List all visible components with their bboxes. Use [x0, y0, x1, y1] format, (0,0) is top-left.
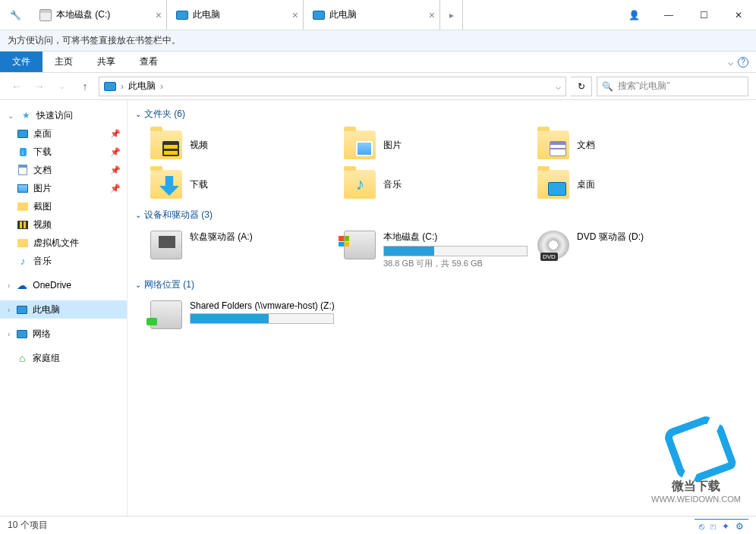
ribbon-view-tab[interactable]: 查看 [128, 52, 170, 72]
sidebar-item-label: 截图 [33, 200, 52, 213]
folder-item-文档[interactable]: 文档 [534, 125, 728, 165]
sidebar-this-pc[interactable]: › 此电脑 [0, 300, 127, 319]
sidebar-item-视频[interactable]: 视频 [0, 215, 127, 234]
folder-icon [17, 203, 28, 211]
sidebar-label: 家庭组 [33, 352, 60, 365]
close-icon[interactable]: × [292, 9, 298, 21]
sidebar-item-截图[interactable]: 截图 [0, 197, 127, 215]
sidebar-item-下载[interactable]: 下载📌 [0, 143, 127, 161]
recent-dropdown[interactable]: ⌵ [53, 82, 71, 90]
section-network[interactable]: ⌄ 网络位置 (1) [135, 278, 748, 291]
drive-label: Shared Folders (\\vmware-host) (Z:) [190, 300, 338, 311]
ribbon-share-tab[interactable]: 共享 [85, 52, 128, 72]
chevron-right-icon[interactable]: › [160, 81, 163, 92]
tab-this-pc-2[interactable]: 此电脑 × [304, 0, 440, 30]
sidebar-homegroup[interactable]: › 家庭组 [0, 349, 127, 367]
minimize-button[interactable]: — [651, 0, 686, 30]
section-label: 设备和驱动器 (3) [144, 209, 213, 221]
wrench-icon[interactable]: 🔧 [0, 10, 30, 20]
drive-item[interactable]: DVD 驱动器 (D:) [534, 226, 728, 274]
close-icon[interactable]: × [429, 9, 435, 21]
network-drive-icon [150, 300, 182, 329]
user-icon[interactable]: 👤 [616, 0, 651, 30]
chevron-right-icon[interactable]: › [121, 81, 124, 92]
section-label: 网络位置 (1) [144, 278, 194, 291]
network-icon [17, 330, 27, 338]
ribbon-file-tab[interactable]: 文件 [0, 52, 43, 72]
folder-item-视频[interactable]: 视频 [147, 125, 341, 165]
sidebar-label: OneDrive [33, 280, 71, 291]
refresh-button[interactable]: ↻ [571, 77, 592, 96]
folder-item-图片[interactable]: 图片 [341, 125, 534, 165]
address-bar[interactable]: › 此电脑 › ⌵ [99, 77, 566, 96]
logo-icon [662, 413, 730, 482]
help-icon[interactable]: ? [738, 57, 748, 68]
drive-item[interactable]: 软盘驱动器 (A:) [147, 226, 341, 274]
address-dropdown-icon[interactable]: ⌵ [556, 81, 561, 92]
forward-button[interactable]: → [30, 80, 49, 93]
pin-icon: 📌 [110, 147, 121, 157]
new-tab-button[interactable]: ▸ [440, 0, 463, 30]
home-icon [16, 352, 28, 364]
section-drives[interactable]: ⌄ 设备和驱动器 (3) [135, 209, 748, 221]
status-icon[interactable]: ⎋ [699, 521, 704, 532]
chevron-down-icon: ⌄ [135, 110, 141, 118]
pin-icon: 📌 [110, 165, 121, 175]
tab-local-disk-c[interactable]: 本地磁盘 (C:) × [30, 0, 167, 30]
folder-item-音乐[interactable]: 音乐 [341, 165, 534, 204]
video-icon [17, 221, 28, 229]
tab-this-pc-1[interactable]: 此电脑 × [167, 0, 304, 30]
navigation-pane: ⌄ 快速访问 桌面📌下载📌文档📌图片📌截图视频虚拟机文件音乐 › OneDriv… [0, 100, 128, 516]
folder-icon [537, 170, 569, 199]
pc-icon [313, 11, 325, 20]
watermark: 微当下载 WWW.WEIDOWN.COM [651, 421, 741, 504]
close-button[interactable]: ✕ [721, 0, 756, 30]
maximize-button[interactable]: ☐ [686, 0, 721, 30]
sidebar-item-图片[interactable]: 图片📌 [0, 179, 127, 197]
pin-icon: 📌 [110, 129, 121, 139]
sidebar-onedrive[interactable]: › OneDrive [0, 276, 127, 294]
sidebar-item-label: 桌面 [33, 127, 52, 140]
address-segment[interactable]: 此电脑 [128, 80, 156, 93]
folder-label: 音乐 [383, 178, 402, 191]
ribbon-home-tab[interactable]: 主页 [43, 52, 85, 72]
navigation-bar: ← → ⌵ ↑ › 此电脑 › ⌵ ↻ 🔍 搜索"此电脑" [0, 73, 756, 100]
disk-icon [39, 9, 52, 21]
search-box[interactable]: 🔍 搜索"此电脑" [597, 77, 748, 96]
up-button[interactable]: ↑ [76, 80, 94, 93]
expand-ribbon-icon[interactable]: ⌵ [728, 57, 733, 68]
status-icon[interactable]: ⚙ [736, 521, 744, 532]
status-icon[interactable]: ✦ [722, 521, 729, 532]
section-folders[interactable]: ⌄ 文件夹 (6) [135, 108, 748, 121]
drive-item[interactable]: 本地磁盘 (C:)38.8 GB 可用，共 59.6 GB [341, 226, 534, 274]
capacity-bar [190, 313, 334, 324]
dvd-icon [537, 231, 569, 259]
folder-item-下载[interactable]: 下载 [147, 165, 341, 204]
bookmark-info-bar: 为方便访问，可将书签直接放在书签栏中。 [0, 30, 756, 52]
section-label: 文件夹 (6) [144, 108, 185, 121]
sidebar-label: 快速访问 [36, 109, 73, 122]
pin-icon: 📌 [110, 184, 121, 193]
sidebar-item-桌面[interactable]: 桌面📌 [0, 124, 127, 143]
fdd-icon [150, 231, 182, 259]
sidebar-network[interactable]: › 网络 [0, 325, 127, 343]
dl-icon [20, 146, 27, 157]
drive-label: 本地磁盘 (C:) [383, 231, 531, 243]
watermark-url: WWW.WEIDOWN.COM [651, 495, 741, 504]
folder-icon [17, 239, 28, 247]
sidebar-quick-access[interactable]: ⌄ 快速访问 [0, 106, 127, 124]
sidebar-item-文档[interactable]: 文档📌 [0, 161, 127, 179]
folder-item-桌面[interactable]: 桌面 [534, 165, 728, 204]
network-drive-item[interactable]: Shared Folders (\\vmware-host) (Z:) [147, 296, 341, 334]
capacity-bar [383, 246, 528, 256]
close-icon[interactable]: × [156, 9, 162, 21]
main-area: ⌄ 快速访问 桌面📌下载📌文档📌图片📌截图视频虚拟机文件音乐 › OneDriv… [0, 100, 756, 516]
back-button[interactable]: ← [8, 80, 26, 93]
sidebar-label: 网络 [33, 328, 51, 341]
folder-label: 下载 [190, 178, 208, 191]
sidebar-item-虚拟机文件[interactable]: 虚拟机文件 [0, 234, 127, 252]
sidebar-item-音乐[interactable]: 音乐 [0, 252, 127, 270]
sidebar-item-label: 图片 [33, 182, 52, 195]
cloud-icon [16, 279, 28, 291]
status-icon[interactable]: ⏍ [710, 521, 716, 532]
